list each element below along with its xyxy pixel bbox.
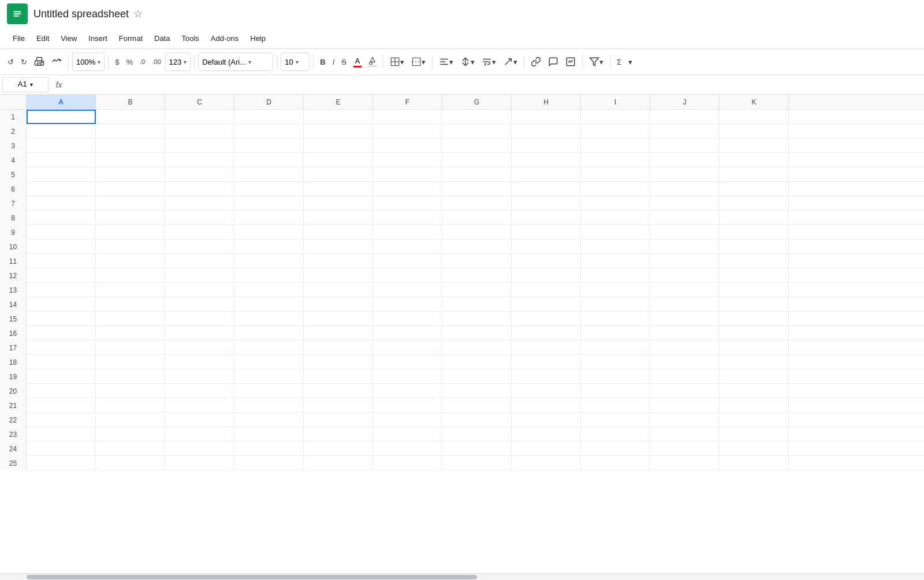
cell-K16[interactable]: [720, 326, 789, 340]
cell-C2[interactable]: [165, 124, 234, 139]
cell-G21[interactable]: [442, 398, 512, 413]
cell-K11[interactable]: [720, 254, 789, 268]
doc-title[interactable]: Untitled spreadsheet: [33, 8, 129, 20]
cell-H7[interactable]: [512, 196, 581, 211]
row-header-8[interactable]: 8: [0, 211, 27, 225]
cell-I5[interactable]: [581, 167, 650, 182]
cell-D10[interactable]: [234, 240, 304, 254]
cell-I4[interactable]: [581, 153, 650, 167]
cell-C21[interactable]: [165, 398, 234, 413]
cell-F15[interactable]: [373, 312, 442, 326]
cell-J22[interactable]: [650, 413, 720, 427]
cell-H3[interactable]: [512, 139, 581, 153]
cell-C7[interactable]: [165, 196, 234, 211]
cell-G25[interactable]: [442, 456, 512, 470]
cell-E8[interactable]: [304, 211, 373, 225]
cell-K10[interactable]: [720, 240, 789, 254]
cell-J12[interactable]: [650, 268, 720, 283]
cell-I1[interactable]: [581, 110, 650, 124]
cell-H16[interactable]: [512, 326, 581, 340]
cell-J11[interactable]: [650, 254, 720, 268]
cell-K24[interactable]: [720, 441, 789, 456]
cell-H6[interactable]: [512, 182, 581, 196]
cell-B19[interactable]: [96, 369, 165, 384]
cell-F8[interactable]: [373, 211, 442, 225]
cell-C9[interactable]: [165, 225, 234, 240]
cell-A14[interactable]: [27, 297, 96, 312]
cell-B8[interactable]: [96, 211, 165, 225]
cell-I3[interactable]: [581, 139, 650, 153]
cell-H13[interactable]: [512, 283, 581, 297]
cell-C5[interactable]: [165, 167, 234, 182]
function-button[interactable]: Σ: [614, 55, 624, 69]
cell-B14[interactable]: [96, 297, 165, 312]
cell-J20[interactable]: [650, 384, 720, 398]
cell-F9[interactable]: [373, 225, 442, 240]
cell-E23[interactable]: [304, 427, 373, 441]
cell-I11[interactable]: [581, 254, 650, 268]
cell-B22[interactable]: [96, 413, 165, 427]
cell-E14[interactable]: [304, 297, 373, 312]
cell-J3[interactable]: [650, 139, 720, 153]
cell-G12[interactable]: [442, 268, 512, 283]
col-header-b[interactable]: B: [96, 95, 165, 109]
cell-H5[interactable]: [512, 167, 581, 182]
menu-data[interactable]: Data: [148, 32, 176, 45]
chart-button[interactable]: [562, 54, 579, 69]
cell-D24[interactable]: [234, 441, 304, 456]
cell-G10[interactable]: [442, 240, 512, 254]
cell-I18[interactable]: [581, 355, 650, 369]
cell-E19[interactable]: [304, 369, 373, 384]
text-rotate-button[interactable]: ▾: [500, 54, 520, 69]
align-h-button[interactable]: ▾: [436, 54, 456, 69]
cell-K25[interactable]: [720, 456, 789, 470]
cell-B5[interactable]: [96, 167, 165, 182]
cell-H14[interactable]: [512, 297, 581, 312]
row-header-22[interactable]: 22: [0, 413, 27, 427]
star-icon[interactable]: ☆: [133, 8, 143, 20]
cell-E7[interactable]: [304, 196, 373, 211]
cell-B25[interactable]: [96, 456, 165, 470]
cell-B21[interactable]: [96, 398, 165, 413]
cell-D9[interactable]: [234, 225, 304, 240]
cell-J8[interactable]: [650, 211, 720, 225]
cell-J18[interactable]: [650, 355, 720, 369]
cell-I8[interactable]: [581, 211, 650, 225]
cell-B9[interactable]: [96, 225, 165, 240]
cell-D8[interactable]: [234, 211, 304, 225]
row-header-21[interactable]: 21: [0, 398, 27, 413]
cell-K23[interactable]: [720, 427, 789, 441]
percent-button[interactable]: %: [123, 55, 136, 69]
cell-I21[interactable]: [581, 398, 650, 413]
cell-G20[interactable]: [442, 384, 512, 398]
row-header-5[interactable]: 5: [0, 167, 27, 182]
cell-K4[interactable]: [720, 153, 789, 167]
cell-F23[interactable]: [373, 427, 442, 441]
cell-C1[interactable]: [165, 110, 234, 124]
cell-B15[interactable]: [96, 312, 165, 326]
decimal-dec-button[interactable]: .0: [137, 56, 148, 68]
cell-E12[interactable]: [304, 268, 373, 283]
cell-A19[interactable]: [27, 369, 96, 384]
redo-button[interactable]: ↻: [18, 55, 30, 69]
cell-I15[interactable]: [581, 312, 650, 326]
cell-K17[interactable]: [720, 340, 789, 355]
cell-K9[interactable]: [720, 225, 789, 240]
cell-D6[interactable]: [234, 182, 304, 196]
cell-E16[interactable]: [304, 326, 373, 340]
cell-A10[interactable]: [27, 240, 96, 254]
cell-K19[interactable]: [720, 369, 789, 384]
cell-F18[interactable]: [373, 355, 442, 369]
cell-E15[interactable]: [304, 312, 373, 326]
cell-F21[interactable]: [373, 398, 442, 413]
col-header-h[interactable]: H: [512, 95, 581, 109]
cell-H11[interactable]: [512, 254, 581, 268]
cell-J6[interactable]: [650, 182, 720, 196]
cell-A5[interactable]: [27, 167, 96, 182]
print-button[interactable]: [31, 54, 47, 69]
cell-I16[interactable]: [581, 326, 650, 340]
cell-I7[interactable]: [581, 196, 650, 211]
cell-B16[interactable]: [96, 326, 165, 340]
cell-G22[interactable]: [442, 413, 512, 427]
cell-J2[interactable]: [650, 124, 720, 139]
